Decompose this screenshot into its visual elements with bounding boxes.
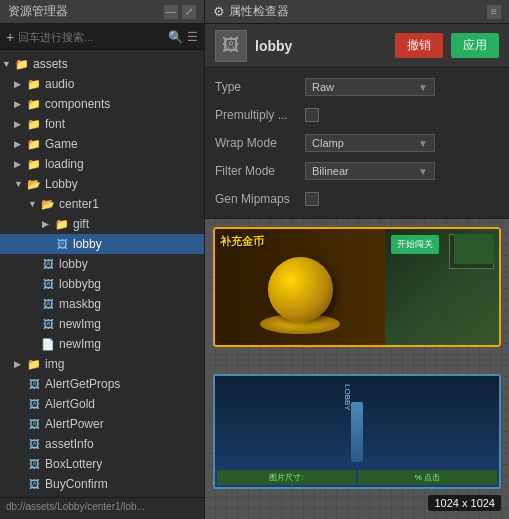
- tree-label-newimg1: newImg: [59, 317, 101, 331]
- arrow-gift: ▶: [42, 219, 54, 229]
- prop-value-mipmaps: [305, 192, 499, 206]
- tree-item-lobbybg[interactable]: 🖼 lobbybg: [0, 274, 204, 294]
- left-expand-button[interactable]: ⤢: [182, 5, 196, 19]
- tree-item-audio[interactable]: ▶ 📁 audio: [0, 74, 204, 94]
- mipmaps-checkbox[interactable]: [305, 192, 319, 206]
- mini-map: [449, 234, 494, 269]
- tree-label-alertpower: AlertPower: [45, 417, 104, 431]
- tree-item-lobby-file[interactable]: 🖼 lobby: [0, 254, 204, 274]
- search-input[interactable]: [18, 31, 164, 43]
- arrow-center1: ▼: [28, 199, 40, 209]
- left-minimize-button[interactable]: —: [164, 5, 178, 19]
- tree-item-img[interactable]: ▶ 📁 img: [0, 354, 204, 374]
- prop-row-premultiply: Premultiply ...: [215, 104, 499, 126]
- wrapmode-select[interactable]: Clamp ▼: [305, 134, 435, 152]
- add-icon[interactable]: +: [6, 29, 14, 45]
- prop-row-filtermode: Filter Mode Bilinear ▼: [215, 160, 499, 182]
- tree-item-alertgold[interactable]: 🖼 AlertGold: [0, 394, 204, 414]
- folder-icon-font: 📁: [26, 116, 42, 132]
- tree-item-loading[interactable]: ▶ 📁 loading: [0, 154, 204, 174]
- folder-icon-components: 📁: [26, 96, 42, 112]
- left-title-bar: 资源管理器 — ⤢: [0, 0, 204, 24]
- file-icon-boxlottery: 🖼: [26, 456, 42, 472]
- asset-thumbnail: 🖼: [215, 30, 247, 62]
- bottom-btn-size[interactable]: 图片尺寸:: [217, 470, 356, 485]
- tree-item-alertpower[interactable]: 🖼 AlertPower: [0, 414, 204, 434]
- prop-label-mipmaps: Gen Mipmaps: [215, 192, 305, 206]
- thumbnail-icon: 🖼: [222, 35, 240, 56]
- filtermode-value: Bilinear: [312, 165, 349, 177]
- tree-item-components[interactable]: ▶ 📁 components: [0, 94, 204, 114]
- bottom-decoration: LOBBY: [215, 402, 499, 462]
- prop-value-premultiply: [305, 108, 499, 122]
- file-icon-alertgetprops: 🖼: [26, 376, 42, 392]
- bottom-btn-percent[interactable]: % 点击: [358, 470, 497, 485]
- wrapmode-value: Clamp: [312, 137, 344, 149]
- preview-bottom-image: LOBBY 图片尺寸: % 点击: [213, 374, 501, 489]
- tree-item-maskbg[interactable]: 🖼 maskbg: [0, 294, 204, 314]
- wrapmode-dropdown-arrow: ▼: [418, 138, 428, 149]
- folder-icon-lobby: 📂: [26, 176, 42, 192]
- filter-button[interactable]: ☰: [187, 30, 198, 44]
- file-icon-maskbg: 🖼: [40, 296, 56, 312]
- right-title-bar: ⚙ 属性检查器 ≡: [205, 0, 509, 24]
- tree-label-maskbg: maskbg: [59, 297, 101, 311]
- type-select[interactable]: Raw ▼: [305, 78, 435, 96]
- tree-label-lobby-file: lobby: [59, 257, 88, 271]
- file-icon-newimg1: 🖼: [40, 316, 56, 332]
- prop-label-filtermode: Filter Mode: [215, 164, 305, 178]
- search-button[interactable]: 🔍: [168, 30, 183, 44]
- tree-item-alertgetprops[interactable]: 🖼 AlertGetProps: [0, 374, 204, 394]
- folder-icon-assets: 📁: [14, 56, 30, 72]
- prop-label-wrapmode: Wrap Mode: [215, 136, 305, 150]
- arrow-assets: ▼: [2, 59, 14, 69]
- file-icon-buyconfirm: 🖼: [26, 476, 42, 492]
- file-tree: ▼ 📁 assets ▶ 📁 audio ▶ 📁 components ▶ 📁 …: [0, 50, 204, 497]
- prop-row-mipmaps: Gen Mipmaps: [215, 188, 499, 210]
- tree-item-lobby[interactable]: ▼ 📂 Lobby: [0, 174, 204, 194]
- file-icon-lobby-selected: 🖼: [54, 236, 70, 252]
- tree-item-boxlottery[interactable]: 🖼 BoxLottery: [0, 454, 204, 474]
- tree-item-newimg2[interactable]: 📄 newImg: [0, 334, 204, 354]
- apply-button[interactable]: 应用: [451, 33, 499, 58]
- tree-item-center1[interactable]: ▼ 📂 center1: [0, 194, 204, 214]
- tree-item-gift[interactable]: ▶ 📁 gift: [0, 214, 204, 234]
- tree-label-font: font: [45, 117, 65, 131]
- tree-item-buyconfirm[interactable]: 🖼 BuyConfirm: [0, 474, 204, 494]
- file-icon-alertgold: 🖼: [26, 396, 42, 412]
- tree-item-newimg1[interactable]: 🖼 newImg: [0, 314, 204, 334]
- premultiply-checkbox[interactable]: [305, 108, 319, 122]
- arrow-loading: ▶: [14, 159, 26, 169]
- tree-label-alertgetprops: AlertGetProps: [45, 377, 120, 391]
- tree-item-font[interactable]: ▶ 📁 font: [0, 114, 204, 134]
- tree-label-img: img: [45, 357, 64, 371]
- tree-item-game[interactable]: ▶ 📁 Game: [0, 134, 204, 154]
- tree-label-boxlottery: BoxLottery: [45, 457, 102, 471]
- gold-coin-main: [268, 257, 333, 322]
- top-right-btn[interactable]: 开始闯关: [391, 235, 439, 254]
- tree-item-assetinfo[interactable]: 🖼 assetInfo: [0, 434, 204, 454]
- right-panel-menu-button[interactable]: ≡: [487, 5, 501, 19]
- tree-label-gift: gift: [73, 217, 89, 231]
- tree-label-lobby: Lobby: [45, 177, 78, 191]
- arrow-font: ▶: [14, 119, 26, 129]
- preview-bottom-inner: LOBBY 图片尺寸: % 点击: [215, 376, 499, 487]
- right-panel-title-wrap: ⚙ 属性检查器: [213, 3, 289, 20]
- asset-manager-panel: 资源管理器 — ⤢ + 🔍 ☰ ▼ 📁 assets ▶ 📁 audio: [0, 0, 205, 519]
- filtermode-select[interactable]: Bilinear ▼: [305, 162, 435, 180]
- cancel-button[interactable]: 撤销: [395, 33, 443, 58]
- tree-item-assets[interactable]: ▼ 📁 assets: [0, 54, 204, 74]
- filtermode-dropdown-arrow: ▼: [418, 166, 428, 177]
- preview-top-label: 补充金币: [220, 234, 264, 249]
- bottom-btns: 图片尺寸: % 点击: [215, 468, 499, 487]
- tree-label-loading: loading: [45, 157, 84, 171]
- folder-icon-gift: 📁: [54, 216, 70, 232]
- folder-icon-audio: 📁: [26, 76, 42, 92]
- tree-label-alertgold: AlertGold: [45, 397, 95, 411]
- arrow-components: ▶: [14, 99, 26, 109]
- status-text: db://assets/Lobby/center1/lob...: [6, 501, 145, 512]
- tree-label-assets: assets: [33, 57, 68, 71]
- type-value: Raw: [312, 81, 334, 93]
- prop-value-type: Raw ▼: [305, 78, 499, 96]
- tree-item-lobby-selected[interactable]: 🖼 lobby: [0, 234, 204, 254]
